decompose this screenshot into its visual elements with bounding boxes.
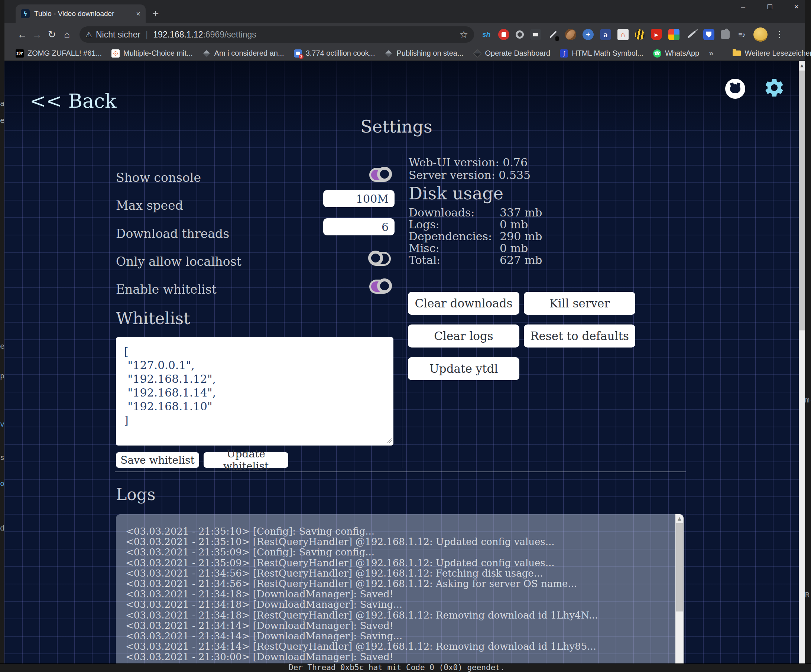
reload-icon[interactable]: ↻: [44, 29, 59, 41]
scroll-up-icon[interactable]: ▲: [799, 63, 805, 68]
bookmark-item[interactable]: Publishing on stea...: [385, 49, 463, 58]
not-secure-warning-icon[interactable]: ⚠: [85, 30, 92, 39]
extensions-puzzle-icon[interactable]: [721, 30, 730, 39]
logs-heading: Logs: [116, 485, 155, 504]
disk-row-downloads: Downloads:337 mb: [409, 206, 631, 219]
update-whitelist-button[interactable]: Update whitelist: [204, 452, 288, 468]
cookie-clicker-favicon: 3: [294, 49, 302, 58]
extension-privacy-mask-icon[interactable]: [530, 29, 541, 40]
log-line: <03.03.2021 - 21:35:10> [Config]: Saving…: [126, 526, 669, 537]
clear-downloads-button[interactable]: Clear downloads: [408, 292, 519, 315]
dark-cube-favicon: [473, 49, 481, 57]
log-line: <03.03.2021 - 21:35:09> [RestQueryHandle…: [126, 558, 669, 568]
forward-icon[interactable]: →: [30, 29, 44, 41]
bookmark-item[interactable]: 3 3.774 octillion cook...: [294, 49, 375, 58]
other-bookmarks-folder[interactable]: Weitere Lesezeichen: [733, 49, 811, 58]
screen: ag et e p vo s or d m- R ϟ Tubio - Video…: [0, 0, 811, 672]
address-separator: |: [146, 29, 148, 40]
bookmark-item[interactable]: Multiple-Choice mit...: [112, 49, 193, 58]
code-fragment: d: [0, 523, 5, 532]
tab-close-icon[interactable]: ×: [136, 10, 141, 18]
log-panel[interactable]: <03.03.2021 - 21:35:10> [Config]: Saving…: [116, 514, 684, 672]
browser-menu-icon[interactable]: ⋮: [774, 29, 785, 40]
reset-to-defaults-button[interactable]: Reset to defaults: [524, 325, 635, 347]
bookmark-label: Weitere Lesezeichen: [745, 49, 811, 58]
folder-icon: [733, 51, 741, 56]
extension-google-icon[interactable]: [668, 29, 679, 40]
scroll-up-icon[interactable]: ▲: [675, 516, 684, 521]
extension-pen-icon[interactable]: [548, 29, 559, 40]
url-host[interactable]: 192.168.1.12: [153, 30, 203, 40]
bookmark-item[interactable]: ∫ HTML Math Symbol...: [560, 49, 643, 58]
enable-whitelist-toggle[interactable]: [369, 279, 391, 294]
column-divider: [402, 154, 402, 468]
address-bar[interactable]: ⚠ Nicht sicher | 192.168.1.12 :6969/sett…: [80, 26, 474, 43]
back-link[interactable]: << Back: [30, 90, 117, 112]
bookmark-item[interactable]: z0r ZOMG ZUFALL! #61...: [15, 49, 102, 58]
extension-ring-icon[interactable]: [516, 30, 524, 39]
extension-playlist-icon[interactable]: ≡♪: [736, 29, 747, 40]
bookmark-label: WhatsApp: [665, 49, 699, 58]
bookmark-item[interactable]: Am i considered an...: [202, 49, 284, 58]
url-path[interactable]: :6969/settings: [203, 30, 256, 40]
disk-usage-heading: Disk usage: [409, 183, 503, 203]
save-whitelist-button[interactable]: Save whitelist: [116, 452, 199, 468]
textarea-resize-handle[interactable]: [386, 438, 392, 443]
show-console-toggle[interactable]: [369, 168, 391, 182]
home-icon[interactable]: ⌂: [59, 29, 74, 41]
extension-sh-icon[interactable]: sh: [481, 29, 492, 40]
clear-logs-button[interactable]: Clear logs: [408, 325, 519, 347]
bookmark-star-icon[interactable]: ☆: [460, 29, 468, 41]
security-label[interactable]: Nicht sicher: [96, 30, 141, 40]
page-scrollbar-thumb[interactable]: [799, 71, 805, 330]
new-tab-button[interactable]: +: [152, 8, 159, 19]
bookmarks-bar: z0r ZOMG ZUFALL! #61... Multiple-Choice …: [5, 46, 805, 61]
kill-server-button[interactable]: Kill server: [524, 292, 635, 315]
window-close-icon[interactable]: ×: [791, 2, 802, 11]
background-window-left-edge: ag et e p vo s or d: [0, 0, 5, 672]
z0r-favicon: z0r: [15, 49, 24, 58]
log-lines: <03.03.2021 - 21:35:10> [Config]: Saving…: [126, 526, 669, 672]
only-localhost-toggle[interactable]: [369, 252, 391, 266]
window-maximize-icon[interactable]: □: [764, 2, 775, 11]
window-minimize-icon[interactable]: –: [738, 2, 748, 11]
extension-download-home-icon[interactable]: ⌂: [618, 29, 629, 40]
show-console-label: Show console: [116, 171, 201, 185]
log-scrollbar[interactable]: ▲: [675, 514, 684, 672]
extension-plus-icon[interactable]: +: [582, 29, 594, 40]
extension-bee-icon[interactable]: [635, 29, 645, 40]
browser-tab[interactable]: ϟ Tubio - Video downloader ×: [15, 5, 146, 23]
extension-video-shield-icon[interactable]: ▶: [651, 29, 662, 40]
bookmark-item[interactable]: ☎ WhatsApp: [653, 49, 699, 58]
extension-adblock-hand-icon[interactable]: [498, 29, 509, 40]
log-line: <03.03.2021 - 21:34:14> [DownloadManager…: [126, 620, 669, 631]
settings-gear-icon[interactable]: [763, 76, 786, 99]
enable-whitelist-label: Enable whitelist: [116, 282, 217, 297]
whitelist-textarea[interactable]: [ "127.0.0.1", "192.168.1.12", "192.168.…: [116, 337, 394, 445]
bookmark-item[interactable]: Operate Dashboard: [473, 49, 551, 58]
extension-icons-row: sh + a ⌂ ▶ ≡♪ ⋮: [481, 27, 785, 42]
debug-output-text: Der Thread 0xb5c hat mit Code 0 (0x0) ge…: [288, 664, 505, 672]
extension-cookie-icon[interactable]: [565, 29, 576, 40]
extension-blue-shield-icon[interactable]: [703, 29, 714, 40]
download-threads-input[interactable]: [323, 218, 395, 235]
update-ytdl-button[interactable]: Update ytdl: [408, 357, 519, 380]
extension-amazon-icon[interactable]: a: [600, 29, 611, 40]
disk-row-logs: Logs:0 mb: [409, 218, 631, 231]
github-icon[interactable]: [725, 79, 745, 99]
browser-toolbar: ← → ↻ ⌂ ⚠ Nicht sicher | 192.168.1.12 :6…: [5, 23, 805, 46]
log-line: <03.03.2021 - 21:30:00> [DownloadManager…: [126, 652, 669, 662]
page-scrollbar[interactable]: ▲: [799, 61, 805, 672]
code-fragment: s: [0, 453, 5, 462]
log-line: <03.03.2021 - 21:34:14> [RestQueryHandle…: [126, 641, 669, 652]
extension-syringe-icon[interactable]: [686, 29, 697, 40]
bookmarks-overflow-icon[interactable]: »: [709, 49, 713, 58]
code-fragment: m-: [805, 395, 811, 404]
max-speed-input[interactable]: [323, 190, 395, 207]
profile-avatar[interactable]: [753, 27, 767, 42]
log-scrollbar-thumb[interactable]: [676, 523, 683, 611]
background-window-right-edge: m- R: [805, 0, 811, 672]
steam-cube-favicon: [202, 49, 210, 57]
bookmark-label: ZOMG ZUFALL! #61...: [27, 49, 102, 58]
back-icon[interactable]: ←: [15, 29, 30, 41]
